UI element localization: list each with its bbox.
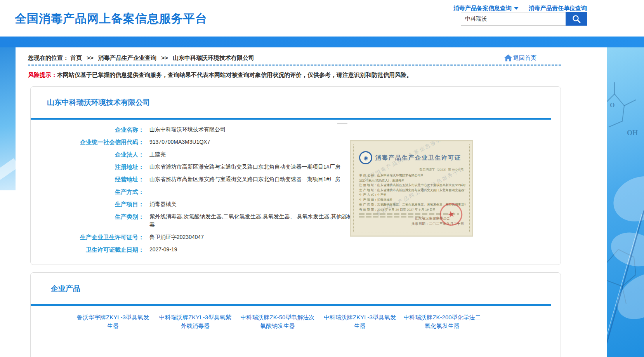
field-value: 山东省潍坊市高新区潍安路与宝通街交叉路口东北角自动变速器一期项目1#厂房 <box>149 175 340 183</box>
risk-notice: 风险提示：本网站仅基于已掌握的信息提供查询服务，查询结果不代表本网站对被查询对象… <box>28 71 575 79</box>
product-link[interactable]: 中科瑞沃牌ZK-200型化学法二氧化氯发生器 <box>401 313 483 330</box>
left-decor-shape <box>0 158 16 180</box>
chevron-down-icon <box>514 7 519 10</box>
certificate-line-production-project: 生 产 项 目：消毒器械※ <box>359 198 465 203</box>
field-value: 王建亮 <box>149 150 166 158</box>
field-value: 紫外线消毒器,次氯酸钠发生器,二氧化氯发生器,臭氧发生器、 臭氧水发生器,其他器… <box>149 212 361 229</box>
certificate-inner-border: ◉ 消毒产品生产企业卫生许可证 鲁卫消证字（2023）第-04047号 单 位 … <box>353 144 470 233</box>
breadcrumb-separator: >> <box>87 54 94 61</box>
site-header: 全国消毒产品网上备案信息服务平台 消毒产品备案信息查询 消毒产品责任单位查询 <box>0 0 644 37</box>
field-row-production-project: 生产项目： 消毒器械类 <box>31 200 365 208</box>
products-card-rule <box>31 304 551 306</box>
search-icon <box>571 14 582 24</box>
certificate-header: ◉ 消毒产品生产企业卫生许可证 <box>359 151 465 164</box>
field-label: 注册地址： <box>31 163 144 171</box>
certificate-number: 鲁卫消证字（2023）第-04047号 <box>359 167 464 172</box>
field-label: 生产企业卫生许可证号： <box>31 233 144 241</box>
breadcrumb-row: 您现在的位置： 首页 >> 消毒产品生产企业查询 >> 山东中科瑞沃环境技术有限… <box>28 52 575 64</box>
field-label: 生产方式： <box>31 188 144 196</box>
risk-notice-text: 本网站仅基于已掌握的信息提供查询服务，查询结果不代表本网站对被查询对象信用状况的… <box>57 71 412 78</box>
field-value: 91370700MA3M3U1QX7 <box>149 138 210 146</box>
left-background-decoration <box>0 47 16 190</box>
company-card-rule <box>31 118 551 120</box>
product-link[interactable]: 鲁沃华宇牌ZKYL-3型臭氧发生器 <box>72 313 154 330</box>
products-grid: 鲁沃华宇牌ZKYL-3型臭氧发生器 中科瑞沃牌ZKYL-3型臭氧紫外线消毒器 中… <box>72 313 499 336</box>
search-bar <box>461 12 587 26</box>
product-link[interactable]: 中科瑞沃牌ZK-50型电解法次氯酸钠发生器 <box>236 313 319 330</box>
field-row-credit-code: 企业统一社会信用代码： 91370700MA3M3U1QX7 <box>31 138 365 146</box>
molecule-oh-label: OH <box>627 129 638 137</box>
field-row-legal-person: 企业法人： 王建亮 <box>31 150 365 158</box>
field-row-registered-address: 注册地址： 山东省潍坊市高新区潍安路与宝通街交叉路口东北角自动变速器一期项目1#… <box>31 163 365 171</box>
search-input[interactable] <box>461 12 566 26</box>
back-home-link[interactable]: 返回首页 <box>504 52 536 64</box>
field-label: 生产项目： <box>31 200 144 208</box>
field-value: 消毒器械类 <box>149 200 177 208</box>
company-info-card: 山东中科瑞沃环境技术有限公司 企业名称： 山东中科瑞沃环境技术有限公司 企业统一… <box>30 86 561 265</box>
field-value: 2027-09-19 <box>149 246 177 254</box>
molecule-o-label: O <box>610 102 614 109</box>
nav-link-responsible-unit-label: 消毒产品责任单位查询 <box>529 5 587 12</box>
field-value: 山东中科瑞沃环境技术有限公司 <box>149 125 226 134</box>
breadcrumb-current: 山东中科瑞沃环境技术有限公司 <box>173 54 254 61</box>
back-home-label: 返回首页 <box>513 52 536 64</box>
field-label: 企业法人： <box>31 150 144 158</box>
company-fields: 企业名称： 山东中科瑞沃环境技术有限公司 企业统一社会信用代码： 9137070… <box>31 125 365 258</box>
search-button[interactable] <box>566 12 587 26</box>
breadcrumb-separator: >> <box>161 54 168 61</box>
certificate-title: 消毒产品生产企业卫生许可证 <box>375 154 461 162</box>
field-value: 山东省潍坊市高新区潍安路与宝通街交叉路口东北角自动变速器一期项目1#厂房 <box>149 163 340 171</box>
field-label: 生产类别： <box>31 212 144 229</box>
field-row-company-name: 企业名称： 山东中科瑞沃环境技术有限公司 <box>31 125 365 134</box>
company-products-card: 企业产品 鲁沃华宇牌ZKYL-3型臭氧发生器 中科瑞沃牌ZKYL-3型臭氧紫外线… <box>30 272 561 357</box>
nav-link-responsible-unit-query[interactable]: 消毒产品责任单位查询 <box>529 5 587 12</box>
certificate-line-production-address: 生 产 地 址：山东省潍坊市高新区潍安路与宝通街交叉路口东北角自动变速器一期项目… <box>359 188 465 193</box>
products-card-title: 企业产品 <box>51 284 80 294</box>
home-icon <box>504 54 512 62</box>
field-row-license-expiry-date: 卫生许可证截止日期： 2027-09-19 <box>31 246 365 254</box>
nav-link-record-info-query[interactable]: 消毒产品备案信息查询 <box>453 5 519 12</box>
field-label: 企业名称： <box>31 125 144 134</box>
right-background-decoration: O OH <box>607 47 644 357</box>
breadcrumb-prefix: 您现在的位置： <box>28 54 69 61</box>
company-card-title: 山东中科瑞沃环境技术有限公司 <box>47 98 150 108</box>
breadcrumb: 您现在的位置： 首页 >> 消毒产品生产企业查询 >> 山东中科瑞沃环境技术有限… <box>28 52 575 64</box>
field-label: 经营地址： <box>31 175 144 183</box>
field-row-hygiene-license-number: 生产企业卫生许可证号： 鲁卫消证字202304047 <box>31 233 365 241</box>
product-link[interactable]: 中科瑞沃牌ZKYL-3型臭氧紫外线消毒器 <box>154 313 236 330</box>
certificate-line-registered-address: 注 册 地 址：山东省潍坊高新区玉清东街以北中心次干道以西高新大厦902科研楼 <box>359 183 465 188</box>
field-row-business-address: 经营地址： 山东省潍坊市高新区潍安路与宝通街交叉路口东北角自动变速器一期项目1#… <box>31 175 365 183</box>
breadcrumb-company-query-link[interactable]: 消毒产品生产企业查询 <box>98 54 156 61</box>
breadcrumb-home-link[interactable]: 首页 <box>70 54 82 61</box>
page: 全国消毒产品网上备案信息服务平台 消毒产品备案信息查询 消毒产品责任单位查询 <box>0 0 644 357</box>
header-band <box>0 37 644 47</box>
certificate-line-production-method: 生 产 方 式：生产※ <box>359 193 465 198</box>
nav-link-record-info-label: 消毒产品备案信息查询 <box>453 5 512 12</box>
site-title: 全国消毒产品网上备案信息服务平台 <box>15 11 207 27</box>
product-link[interactable]: 中科瑞沃牌ZKYL-3型臭氧发生器 <box>319 313 401 330</box>
field-label: 企业统一社会信用代码： <box>31 138 144 146</box>
field-value: 鲁卫消证字202304047 <box>149 233 204 241</box>
chemistry-decoration <box>607 47 644 357</box>
main-content: 您现在的位置： 首页 >> 消毒产品生产企业查询 >> 山东中科瑞沃环境技术有限… <box>16 47 607 357</box>
dashed-divider <box>28 64 561 66</box>
field-row-production-category: 生产类别： 紫外线消毒器,次氯酸钠发生器,二氧化氯发生器,臭氧发生器、 臭氧水发… <box>31 212 365 229</box>
field-label: 卫生许可证截止日期： <box>31 246 144 254</box>
national-emblem-icon: ◉ <box>359 151 372 164</box>
certificate-line-legal-rep: 法定代表人(或负责人)：王建亮※ <box>359 178 465 183</box>
risk-notice-label: 风险提示： <box>28 71 57 78</box>
field-row-production-method: 生产方式： <box>31 188 365 196</box>
hygiene-license-certificate-image: ◉ 消毒产品生产企业卫生许可证 鲁卫消证字（2023）第-04047号 单 位 … <box>350 140 473 237</box>
certificate-top-dash <box>337 124 347 124</box>
certificate-line-unit-name: 单 位 名 称：山东中科瑞沃环境技术有限公司※ <box>359 173 465 178</box>
top-nav: 消毒产品备案信息查询 消毒产品责任单位查询 <box>453 5 587 12</box>
